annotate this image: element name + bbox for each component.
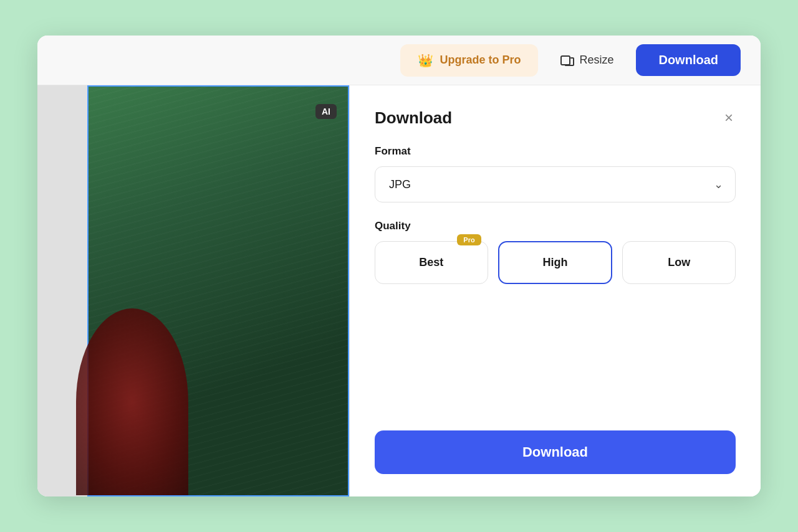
format-label: Format	[375, 145, 736, 158]
svg-rect-0	[561, 56, 570, 65]
quality-high-button[interactable]: High	[498, 241, 613, 284]
image-preview: AI	[87, 85, 349, 496]
crown-icon: 👑	[418, 53, 433, 68]
close-panel-button[interactable]: ×	[722, 108, 736, 128]
quality-high-label: High	[543, 256, 568, 268]
format-section: Format JPG PNG WEBP PDF ⌄	[375, 145, 736, 202]
quality-label: Quality	[375, 220, 736, 232]
quality-low-label: Low	[668, 256, 690, 268]
ai-badge: AI	[315, 104, 337, 119]
close-icon: ×	[724, 109, 733, 126]
format-dropdown-wrapper: JPG PNG WEBP PDF ⌄	[375, 166, 736, 202]
panel-header: Download ×	[375, 108, 736, 128]
download-panel: Download × Format JPG PNG WEBP PDF ⌄	[349, 85, 761, 496]
quality-low-button[interactable]: Low	[622, 241, 736, 284]
upgrade-label: Upgrade to Pro	[440, 54, 521, 67]
quality-best-label: Best	[419, 256, 443, 268]
pro-badge: Pro	[457, 234, 481, 245]
quality-best-button[interactable]: Pro Best	[375, 241, 488, 284]
resize-button[interactable]: Resize	[548, 46, 626, 75]
main-content: AI Download × Format JPG PNG WEBP	[37, 85, 761, 496]
download-header-button[interactable]: Download	[636, 44, 741, 76]
resize-label: Resize	[579, 54, 613, 67]
image-inner	[89, 87, 348, 495]
top-bar: 👑 Upgrade to Pro Resize Download	[37, 36, 761, 85]
download-action-label: Download	[522, 444, 588, 460]
download-action-button[interactable]: Download	[375, 430, 736, 474]
canvas-area: AI	[37, 85, 349, 496]
red-element	[76, 308, 188, 495]
format-select[interactable]: JPG PNG WEBP PDF	[375, 166, 736, 202]
app-container: 👑 Upgrade to Pro Resize Download AI	[37, 36, 761, 496]
quality-options: Pro Best High Low	[375, 241, 736, 284]
quality-section: Quality Pro Best High Low	[375, 220, 736, 284]
resize-icon	[560, 54, 574, 67]
panel-title: Download	[375, 108, 452, 128]
download-header-label: Download	[658, 53, 718, 67]
upgrade-to-pro-button[interactable]: 👑 Upgrade to Pro	[400, 44, 538, 77]
